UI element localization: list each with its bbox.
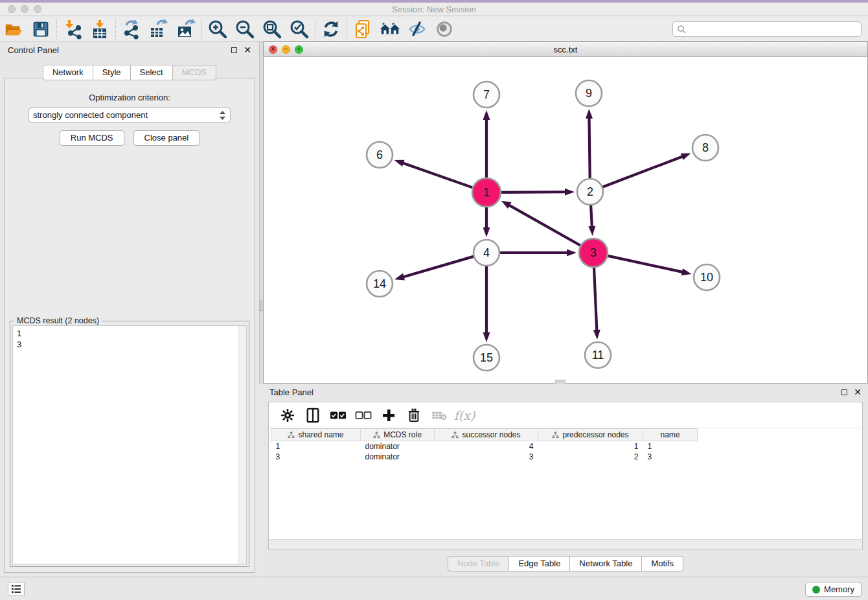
graph-node[interactable]: 7	[474, 82, 499, 108]
graph-node-label: 1	[483, 186, 490, 199]
search-input[interactable]	[687, 23, 861, 36]
node-table-body[interactable]: 1dominator4113dominator323	[271, 441, 698, 462]
delete-table-button[interactable]	[429, 406, 449, 425]
search-box[interactable]	[672, 21, 862, 37]
table-row[interactable]: 3dominator323	[271, 452, 698, 462]
delete-column-button[interactable]	[404, 406, 424, 425]
float-panel-icon[interactable]	[231, 47, 237, 53]
graph-edge[interactable]	[589, 117, 589, 178]
tab-select[interactable]: Select	[131, 65, 173, 80]
tab-style[interactable]: Style	[93, 65, 131, 80]
graph-node[interactable]: 3	[579, 238, 608, 267]
zoom-out-button[interactable]	[231, 18, 258, 40]
table-row[interactable]: 1dominator411	[271, 441, 698, 452]
table-cell[interactable]: dominator	[361, 452, 435, 462]
criterion-select[interactable]: strongly connected component	[29, 108, 231, 122]
show-columns-button[interactable]	[303, 406, 323, 425]
close-panel-icon[interactable]: ✕	[244, 45, 251, 54]
run-mcds-button[interactable]: Run MCDS	[60, 130, 124, 146]
tab-motifs[interactable]: Motifs	[642, 556, 683, 571]
result-scrollbar[interactable]	[238, 326, 246, 564]
export-network-button[interactable]	[118, 18, 145, 40]
network-titlebar[interactable]: × − + scc.txt	[264, 42, 867, 57]
zoom-selected-button[interactable]	[286, 18, 313, 40]
import-table-button[interactable]	[86, 18, 113, 40]
hide-details-button[interactable]	[404, 18, 431, 40]
select-stepper-icon	[219, 110, 226, 121]
table-cell[interactable]: 3	[435, 452, 538, 462]
graph-node[interactable]: 2	[577, 179, 603, 205]
tab-network[interactable]: Network	[43, 65, 93, 80]
node-table-header[interactable]: shared nameMCDS rolesuccessor nodesprede…	[271, 429, 698, 441]
import-network-icon	[62, 19, 83, 40]
table-cell[interactable]: 3	[271, 452, 361, 462]
table-cell[interactable]: 3	[643, 452, 698, 462]
graph-edge[interactable]	[403, 257, 474, 277]
column-header[interactable]: predecessor nodes	[538, 429, 643, 441]
graph-node[interactable]: 6	[367, 142, 393, 168]
graph-node[interactable]: 14	[367, 271, 393, 297]
close-panel-button[interactable]: Close panel	[133, 130, 200, 146]
table-cell[interactable]: dominator	[361, 441, 435, 452]
save-session-button[interactable]	[27, 18, 54, 40]
graph-node[interactable]: 8	[692, 135, 718, 161]
graph-node-label: 15	[480, 351, 493, 364]
graph-node[interactable]: 11	[585, 342, 611, 368]
import-network-button[interactable]	[59, 18, 86, 40]
table-cell[interactable]: 2	[538, 452, 643, 462]
refresh-button[interactable]	[317, 18, 345, 40]
memory-button[interactable]: Memory	[805, 582, 862, 597]
function-builder-button[interactable]: f(x)	[455, 406, 474, 425]
graph-edge[interactable]	[608, 256, 683, 272]
export-image-icon	[176, 19, 196, 40]
graph-edge[interactable]	[603, 156, 683, 187]
tab-edge-table[interactable]: Edge Table	[509, 556, 570, 571]
houses-button[interactable]	[376, 18, 404, 40]
open-session-button[interactable]	[0, 18, 27, 40]
task-history-button[interactable]	[8, 582, 25, 596]
graph-node[interactable]: 15	[474, 345, 499, 371]
table-tabs: Node Table Edge Table Network Table Moti…	[448, 556, 683, 571]
show-details-button[interactable]	[431, 18, 458, 40]
deselect-all-columns-button[interactable]	[354, 406, 373, 425]
select-all-icon	[330, 411, 347, 420]
graph-edge[interactable]	[402, 163, 472, 187]
table-hscrollbar[interactable]	[269, 539, 862, 549]
tab-mcds[interactable]: MCDS	[173, 65, 216, 80]
export-table-button[interactable]	[145, 18, 172, 40]
close-panel-icon[interactable]: ✕	[854, 387, 862, 397]
float-panel-icon[interactable]	[841, 389, 847, 395]
graph-edge[interactable]	[508, 205, 580, 246]
zoom-in-button[interactable]	[204, 18, 231, 40]
table-settings-button[interactable]	[278, 406, 297, 425]
tab-network-table[interactable]: Network Table	[570, 556, 642, 571]
graph-node[interactable]: 4	[474, 240, 499, 266]
network-canvas[interactable]: 7968124314101511	[264, 57, 867, 383]
export-image-button[interactable]	[172, 18, 200, 40]
graph-edge[interactable]	[501, 192, 566, 192]
graph-edge[interactable]	[591, 205, 592, 227]
hierarchy-icon	[552, 432, 559, 439]
select-all-columns-button[interactable]	[328, 406, 348, 425]
column-header[interactable]: name	[643, 429, 698, 441]
column-header[interactable]: MCDS role	[361, 429, 435, 441]
graph-node[interactable]: 10	[694, 264, 720, 290]
graph-edge[interactable]	[594, 268, 597, 331]
column-header[interactable]: successor nodes	[435, 429, 538, 441]
zoom-selected-icon	[289, 19, 310, 40]
graph-node[interactable]: 9	[576, 80, 602, 106]
zoom-fit-button[interactable]	[258, 18, 286, 40]
column-header[interactable]: shared name	[271, 429, 361, 441]
graph-node[interactable]: 1	[472, 178, 501, 207]
graph-node-label: 11	[592, 349, 604, 362]
node-table[interactable]: shared nameMCDS rolesuccessor nodesprede…	[271, 428, 698, 462]
table-cell[interactable]: 4	[435, 441, 538, 452]
create-column-button[interactable]	[379, 406, 398, 425]
copy-network-button[interactable]	[349, 18, 376, 40]
mcds-result-list[interactable]: 1 3	[12, 325, 247, 564]
table-cell[interactable]: 1	[538, 441, 643, 452]
table-cell[interactable]: 1	[643, 441, 698, 452]
table-cell[interactable]: 1	[271, 441, 361, 452]
toolbar-separator	[347, 19, 347, 40]
tab-node-table[interactable]: Node Table	[448, 556, 510, 571]
